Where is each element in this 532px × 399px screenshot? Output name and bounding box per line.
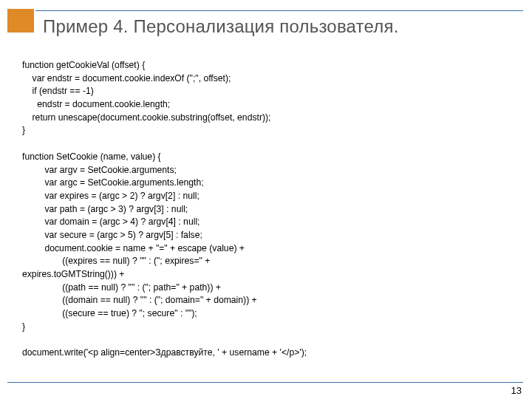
top-divider: [35, 10, 523, 11]
accent-block: [7, 9, 34, 33]
code-listing: function getCookieVal (offset) { var end…: [22, 59, 517, 360]
page-number: 13: [511, 385, 522, 396]
bottom-divider: [7, 382, 523, 383]
slide-title: Пример 4. Персонализация пользователя.: [43, 16, 523, 37]
